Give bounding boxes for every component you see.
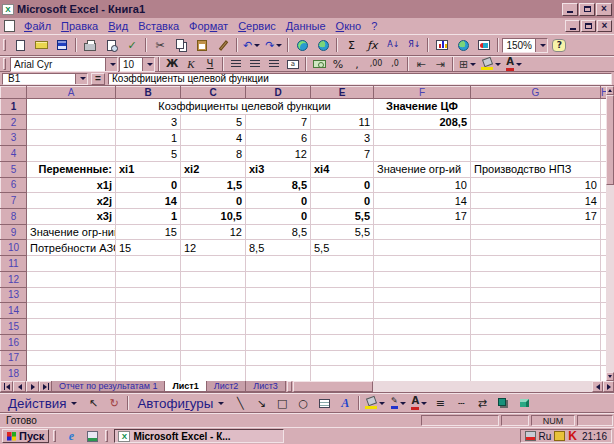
cell-G15[interactable] xyxy=(471,319,601,335)
format-painter-button[interactable] xyxy=(213,36,233,54)
formula-input[interactable]: Коэффициенты целевой функции xyxy=(108,73,612,85)
shadow-button[interactable] xyxy=(493,395,513,412)
cell-B4[interactable]: 5 xyxy=(116,146,181,162)
column-header-C[interactable]: C xyxy=(181,87,246,99)
cell-F6[interactable]: 10 xyxy=(374,177,471,193)
previous-sheet-button[interactable] xyxy=(13,381,26,392)
cell-D18[interactable] xyxy=(246,366,311,381)
cell-D8[interactable]: 0 xyxy=(246,209,311,225)
cell-B13[interactable] xyxy=(116,287,181,303)
cell-C16[interactable] xyxy=(181,334,246,350)
cell-G10[interactable] xyxy=(471,240,601,256)
font-size-combo[interactable]: 10 xyxy=(119,57,155,72)
cell-F10[interactable] xyxy=(374,240,471,256)
cell-E11[interactable] xyxy=(311,256,374,272)
cell-E13[interactable] xyxy=(311,287,374,303)
cell-D6[interactable]: 8,5 xyxy=(246,177,311,193)
workbook-restore-button[interactable] xyxy=(581,20,596,32)
cell-G11[interactable] xyxy=(471,256,601,272)
taskbar-grip[interactable] xyxy=(105,430,108,442)
column-header-G[interactable]: G xyxy=(471,87,601,99)
cell-A17[interactable] xyxy=(27,350,116,366)
minimize-button[interactable] xyxy=(562,3,578,16)
name-box[interactable]: B1 xyxy=(2,73,88,85)
cell-B17[interactable] xyxy=(116,350,181,366)
cell-G3[interactable] xyxy=(471,130,601,146)
cell-C2[interactable]: 5 xyxy=(181,114,246,130)
cell-F16[interactable] xyxy=(374,334,471,350)
taskbar-grip[interactable] xyxy=(53,430,56,442)
cell-E17[interactable] xyxy=(311,350,374,366)
redo-button[interactable]: ↷ xyxy=(263,36,284,54)
line-button[interactable]: ╲ xyxy=(230,395,250,412)
cell-A14[interactable] xyxy=(27,303,116,319)
font-name-combo[interactable]: Arial Cyr xyxy=(10,57,118,72)
menu-file[interactable]: Файл xyxy=(19,19,56,33)
text-box-button[interactable] xyxy=(314,395,334,412)
decrease-indent-button[interactable]: ⇤ xyxy=(412,57,430,71)
paste-function-button[interactable]: ƒx xyxy=(362,36,382,54)
free-rotate-button[interactable]: ↻ xyxy=(104,395,124,412)
cell-D16[interactable] xyxy=(246,334,311,350)
scroll-left-button[interactable] xyxy=(592,381,603,392)
cell-D3[interactable]: 6 xyxy=(246,130,311,146)
spelling-button[interactable]: ✓ xyxy=(122,36,142,54)
cell-A9[interactable]: Значение огр-ний xyxy=(27,224,116,240)
row-header-16[interactable]: 16 xyxy=(1,334,27,350)
cell-G14[interactable] xyxy=(471,303,601,319)
cell-D2[interactable]: 7 xyxy=(246,114,311,130)
bold-button[interactable]: Ж xyxy=(163,57,181,71)
cell-C13[interactable] xyxy=(181,287,246,303)
restore-button[interactable] xyxy=(579,3,595,16)
line-style-button[interactable]: ≡ xyxy=(430,395,450,412)
row-header-12[interactable]: 12 xyxy=(1,271,27,287)
cell-A11[interactable] xyxy=(27,256,116,272)
column-header-B[interactable]: B xyxy=(116,87,181,99)
toolbar-grip[interactable] xyxy=(3,39,6,51)
font-size-combo-dropdown-button[interactable] xyxy=(142,58,154,71)
cell-B1[interactable]: Коэффициенты целевой функции xyxy=(116,99,374,115)
oval-button[interactable]: ○ xyxy=(293,395,313,412)
horizontal-scroll-thumb[interactable] xyxy=(293,381,373,392)
quick-launch-button[interactable] xyxy=(83,429,101,443)
cell-E12[interactable] xyxy=(311,271,374,287)
fill-color-button[interactable] xyxy=(479,57,503,71)
web-toolbar-button[interactable] xyxy=(313,36,333,54)
3d-button[interactable] xyxy=(514,395,534,412)
cell-F3[interactable] xyxy=(374,130,471,146)
cell-E10[interactable]: 5,5 xyxy=(311,240,374,256)
chart-wizard-button[interactable] xyxy=(432,36,452,54)
cell-D12[interactable] xyxy=(246,271,311,287)
row-header-11[interactable]: 11 xyxy=(1,256,27,272)
row-header-18[interactable]: 18 xyxy=(1,366,27,381)
cell-B7[interactable]: 14 xyxy=(116,193,181,209)
edit-formula-button[interactable]: = xyxy=(91,73,105,85)
cell-D7[interactable]: 0 xyxy=(246,193,311,209)
cell-G4[interactable] xyxy=(471,146,601,162)
cell-F18[interactable] xyxy=(374,366,471,381)
start-button[interactable]: Пуск xyxy=(2,429,49,443)
menu-tools[interactable]: Сервис xyxy=(233,19,281,33)
cell-A12[interactable] xyxy=(27,271,116,287)
cell-C8[interactable]: 10,5 xyxy=(181,209,246,225)
tray-app-icon[interactable] xyxy=(554,431,565,441)
merge-center-button[interactable]: a xyxy=(284,57,302,71)
cell-B14[interactable] xyxy=(116,303,181,319)
tab-sheet2[interactable]: Лист2 xyxy=(206,381,247,392)
cell-C12[interactable] xyxy=(181,271,246,287)
cell-G5[interactable]: Производство НПЗ xyxy=(471,161,601,177)
cell-F12[interactable] xyxy=(374,271,471,287)
column-header-A[interactable]: A xyxy=(27,87,116,99)
row-header-2[interactable]: 2 xyxy=(1,114,27,130)
row-header-14[interactable]: 14 xyxy=(1,303,27,319)
cell-C6[interactable]: 1,5 xyxy=(181,177,246,193)
internet-explorer-button[interactable]: e xyxy=(62,429,80,443)
cell-G7[interactable]: 14 xyxy=(471,193,601,209)
scroll-up-button[interactable] xyxy=(606,86,614,95)
column-header-F[interactable]: F xyxy=(374,87,471,99)
cell-B2[interactable]: 3 xyxy=(116,114,181,130)
cell-A3[interactable] xyxy=(27,130,116,146)
fill-color-button[interactable] xyxy=(363,395,387,412)
cell-F9[interactable] xyxy=(374,224,471,240)
cell-F5[interactable]: Значение огр-ий xyxy=(374,161,471,177)
